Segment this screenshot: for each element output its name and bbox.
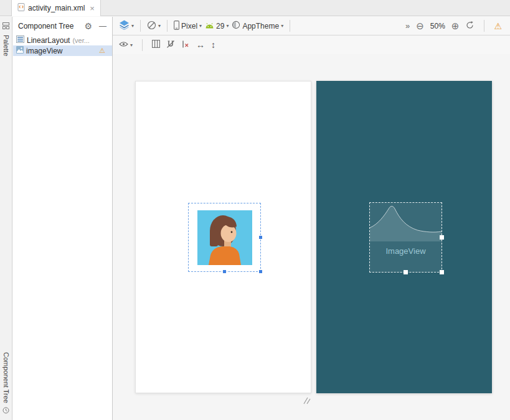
zoom-out-button[interactable]: ⊖ xyxy=(416,21,424,30)
design-surface-selector[interactable]: ▾ xyxy=(119,20,134,32)
component-tree-title: Component Tree xyxy=(18,22,73,30)
palette-toolwindow-button[interactable]: Palette xyxy=(0,22,12,56)
gear-icon[interactable]: ⚙ xyxy=(84,22,92,30)
chevron-down-icon: ▾ xyxy=(226,23,229,29)
chevron-down-icon: ▾ xyxy=(281,23,283,29)
linear-layout-icon xyxy=(16,35,24,45)
chevron-down-icon: ▾ xyxy=(158,23,161,29)
palette-icon xyxy=(2,22,9,31)
api-level-label: 29 xyxy=(216,22,224,30)
resize-handle-right[interactable] xyxy=(258,235,263,240)
android-icon xyxy=(205,22,214,30)
tree-item-label: LinearLayout xyxy=(27,36,70,45)
blueprint-mountain-icon xyxy=(370,203,442,241)
resize-handle-right[interactable] xyxy=(440,235,444,240)
imageview-selection[interactable] xyxy=(188,203,261,272)
overflow-chevrons-icon[interactable]: » xyxy=(405,21,410,30)
grid-columns-icon[interactable] xyxy=(152,40,160,50)
orientation-selector[interactable]: ▾ xyxy=(147,21,161,32)
zoom-to-fit-icon[interactable] xyxy=(465,21,475,32)
imageview-preview-image[interactable] xyxy=(197,210,252,265)
tree-row-imageview[interactable]: imageView ⚠ xyxy=(13,45,112,56)
view-options-toolbar: ▾ ↔ ↕ xyxy=(113,36,510,54)
warnings-indicator[interactable]: ⚠ xyxy=(494,22,502,30)
hide-panel-icon[interactable]: — xyxy=(99,22,106,30)
device-selector[interactable]: Pixel ▾ xyxy=(174,21,202,32)
warning-icon[interactable]: ⚠ xyxy=(99,47,105,54)
tree-item-label: imageView xyxy=(26,47,62,55)
theme-label: AppTheme xyxy=(242,22,279,30)
design-canvas[interactable] xyxy=(135,81,311,393)
device-label: Pixel xyxy=(181,22,197,30)
view-options-button[interactable]: ▾ xyxy=(119,40,133,49)
xml-file-icon xyxy=(17,3,25,13)
component-tree-header: Component Tree ⚙ — xyxy=(13,17,112,35)
horizontal-arrow-icon[interactable]: ↔ xyxy=(196,40,205,49)
clear-constraints-icon[interactable] xyxy=(181,40,190,50)
separator xyxy=(142,39,143,51)
orientation-icon xyxy=(147,21,156,32)
resize-handle-corner[interactable] xyxy=(440,270,444,274)
component-tree-toolwindow-button[interactable]: Component Tree xyxy=(0,352,12,416)
chevron-down-icon: ▾ xyxy=(131,23,134,29)
component-tree-rail-label: Component Tree xyxy=(2,352,10,403)
tree-item-detail: (ver... xyxy=(72,37,90,44)
zoom-level: 50% xyxy=(430,22,445,30)
editor-tab-bar: activity_main.xml × xyxy=(0,0,510,16)
autoconnect-off-icon[interactable] xyxy=(166,40,175,50)
component-tree-list: LinearLayout (ver... imageView ⚠ xyxy=(13,35,112,56)
separator xyxy=(167,20,168,32)
design-surface[interactable]: ImageView xyxy=(113,54,510,420)
canvas-resize-grip[interactable] xyxy=(303,397,311,406)
resize-handle-bottom[interactable] xyxy=(404,270,408,274)
tool-window-rail: Palette Component Tree xyxy=(0,17,12,420)
theme-icon xyxy=(232,21,240,31)
blueprint-canvas[interactable]: ImageView xyxy=(316,81,492,393)
chevron-down-icon: ▾ xyxy=(199,23,202,29)
blueprint-imageview-label: ImageView xyxy=(370,246,442,256)
tree-row-linearlayout[interactable]: LinearLayout (ver... xyxy=(13,35,112,45)
resize-handle-bottom[interactable] xyxy=(222,269,227,274)
palette-rail-label: Palette xyxy=(2,35,10,56)
blueprint-imageview[interactable]: ImageView xyxy=(369,202,442,273)
chevron-down-icon: ▾ xyxy=(130,42,133,48)
component-tree-icon xyxy=(2,407,9,416)
zoom-in-button[interactable]: ⊕ xyxy=(451,21,460,30)
design-toolbar: ▾ ▾ Pixel ▾ 29 ▾ AppTh xyxy=(113,17,510,35)
tab-activity-main-xml[interactable]: activity_main.xml × xyxy=(11,0,101,16)
android-studio-layout-editor: activity_main.xml × Palette Component Tr… xyxy=(0,0,510,420)
tab-title: activity_main.xml xyxy=(28,4,85,12)
imageview-icon xyxy=(16,46,24,55)
api-version-selector[interactable]: 29 ▾ xyxy=(205,22,229,30)
separator xyxy=(140,20,141,32)
device-phone-icon xyxy=(174,21,179,32)
resize-handle-corner[interactable] xyxy=(258,269,263,274)
component-tree-panel: Component Tree ⚙ — LinearLayout (ver... … xyxy=(13,17,113,420)
close-tab-icon[interactable]: × xyxy=(90,4,95,12)
separator xyxy=(290,20,290,32)
vertical-arrow-icon[interactable]: ↕ xyxy=(211,40,215,49)
design-surface-icon xyxy=(119,20,130,32)
eye-icon xyxy=(119,40,128,49)
zoom-controls: » ⊖ 50% ⊕ ⚠ xyxy=(405,20,504,32)
theme-selector[interactable]: AppTheme ▾ xyxy=(232,21,283,31)
separator xyxy=(484,20,484,32)
